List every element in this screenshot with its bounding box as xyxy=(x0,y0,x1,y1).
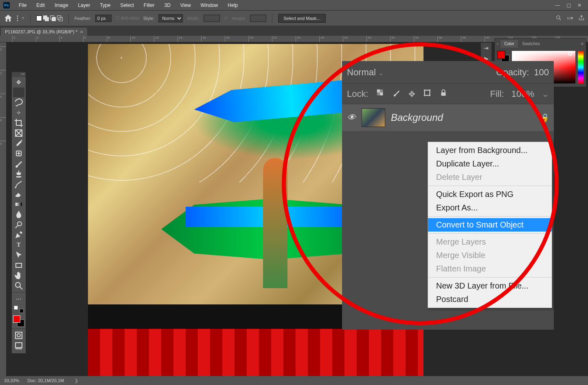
hand-tool[interactable] xyxy=(13,271,24,280)
layer-lock-icon[interactable]: 🔒 xyxy=(539,113,549,122)
ctx-item[interactable]: Layer from Background... xyxy=(428,144,552,157)
layer-name[interactable]: Background xyxy=(391,112,443,123)
healing-brush-tool[interactable] xyxy=(13,149,24,158)
zoom-tool[interactable] xyxy=(13,281,24,291)
menu-edit[interactable]: Edit xyxy=(32,1,49,9)
minimize-button[interactable]: — xyxy=(555,2,560,8)
default-colors-icon[interactable] xyxy=(13,306,24,313)
panel-expand-icon[interactable]: ⇥ xyxy=(481,43,491,53)
screen-mode-icon[interactable] xyxy=(13,341,24,350)
ruler-vertical: 02468 xyxy=(0,42,7,376)
lock-position-icon[interactable]: ✥ xyxy=(408,89,415,99)
dodge-tool[interactable] xyxy=(13,220,24,230)
layer-background-row[interactable]: 👁 Background 🔒 xyxy=(342,104,554,131)
blend-mode-select[interactable]: Normal ⌄ xyxy=(347,67,491,78)
marquee-tool[interactable] xyxy=(13,88,24,97)
add-selection-icon[interactable] xyxy=(43,15,49,21)
swap-icon: ⇄ xyxy=(224,15,228,21)
height-label: Height: xyxy=(232,16,246,21)
lasso-tool[interactable] xyxy=(13,98,24,107)
document-tab[interactable]: P1160237.JPG @ 33,3% (RGB/8*) * ✕ xyxy=(1,28,87,36)
opacity-value[interactable]: 100 xyxy=(534,67,549,78)
style-select[interactable]: Normal xyxy=(158,14,183,22)
ctx-item[interactable]: Export As... xyxy=(428,201,552,214)
menu-3d[interactable]: 3D xyxy=(160,1,174,9)
path-selection-tool[interactable] xyxy=(13,250,24,260)
menu-type[interactable]: Type xyxy=(96,1,114,9)
magic-wand-tool[interactable]: ✧ xyxy=(13,108,24,118)
fill-value[interactable]: 100% xyxy=(511,89,534,99)
menu-help[interactable]: Help xyxy=(224,1,242,9)
blur-tool[interactable] xyxy=(13,210,24,219)
zoom-level[interactable]: 33,33% xyxy=(4,378,19,383)
menu-filter[interactable]: Filter xyxy=(140,1,159,9)
svg-rect-20 xyxy=(377,92,380,95)
frame-tool[interactable] xyxy=(13,128,24,138)
quick-mask-icon[interactable] xyxy=(13,330,24,340)
type-tool[interactable]: T xyxy=(13,240,24,250)
lock-label: Lock: xyxy=(347,89,369,99)
ctx-item: Flatten Image xyxy=(428,262,552,276)
menu-select[interactable]: Select xyxy=(116,1,138,9)
lock-image-icon[interactable] xyxy=(392,88,401,99)
eyedropper-tool[interactable] xyxy=(13,138,24,148)
close-button[interactable]: ✕ xyxy=(577,2,581,8)
status-bar: 33,33% Doc: 20,1M/20,1M ❯ xyxy=(0,376,588,385)
brush-tool[interactable] xyxy=(13,159,24,168)
rectangle-tool[interactable] xyxy=(13,260,24,270)
selection-mode-icons[interactable] xyxy=(36,15,63,21)
crop-tool[interactable] xyxy=(13,118,24,128)
menubar: Ps File Edit Image Layer Type Select Fil… xyxy=(0,0,588,10)
toolbox: « × ✥ ✧ T ⋯ xyxy=(11,72,26,354)
menu-file[interactable]: File xyxy=(15,1,31,9)
ctx-item[interactable]: Duplicate Layer... xyxy=(428,157,552,171)
lock-artboard-icon[interactable] xyxy=(423,88,432,99)
ctx-item[interactable]: Quick Export as PNG xyxy=(428,188,552,201)
ctx-item: Delete Layer xyxy=(428,171,552,184)
toolbox-close-icon[interactable]: × xyxy=(23,72,25,77)
doc-info-menu-icon[interactable]: ❯ xyxy=(75,378,78,383)
intersect-selection-icon[interactable] xyxy=(57,15,63,21)
menu-window[interactable]: Window xyxy=(197,1,222,9)
subtract-selection-icon[interactable] xyxy=(50,15,56,21)
eraser-tool[interactable] xyxy=(13,189,24,199)
hue-slider[interactable] xyxy=(578,51,584,83)
ctx-item[interactable]: Postcard xyxy=(428,293,552,306)
ctx-item[interactable]: Convert to Smart Object xyxy=(428,218,552,232)
marquee-tool-icon[interactable] xyxy=(17,16,18,21)
svg-rect-18 xyxy=(377,90,380,92)
clone-stamp-tool[interactable] xyxy=(13,169,24,179)
menu-view[interactable]: View xyxy=(176,1,195,9)
feather-input[interactable] xyxy=(95,15,112,22)
new-selection-icon[interactable] xyxy=(36,15,42,21)
select-and-mask-button[interactable]: Select and Mask... xyxy=(278,14,326,23)
doc-info[interactable]: Doc: 20,1M/20,1M xyxy=(27,378,64,383)
search-icon[interactable] xyxy=(555,15,562,22)
close-tab-icon[interactable]: ✕ xyxy=(80,30,83,34)
workspace-switcher-icon[interactable]: ▭▾ xyxy=(567,15,573,21)
color-tab[interactable]: Color xyxy=(500,40,518,48)
panel-collapse-icon[interactable]: « xyxy=(495,42,500,46)
layer-visibility-icon[interactable]: 👁 xyxy=(347,112,356,123)
lock-all-icon[interactable] xyxy=(439,88,448,99)
move-tool[interactable]: ✥ xyxy=(13,77,24,87)
menu-layer[interactable]: Layer xyxy=(74,1,94,9)
svg-point-15 xyxy=(17,334,20,337)
foreground-background-swatch[interactable] xyxy=(13,315,24,327)
edit-toolbar-icon[interactable]: ⋯ xyxy=(13,294,24,304)
home-button[interactable] xyxy=(3,13,13,23)
layer-thumbnail[interactable] xyxy=(362,108,385,127)
pen-tool[interactable] xyxy=(13,230,24,240)
height-input xyxy=(250,15,266,22)
ctx-item[interactable]: New 3D Layer from File... xyxy=(428,279,552,293)
svg-rect-21 xyxy=(380,92,383,95)
lock-transparency-icon[interactable] xyxy=(376,88,385,99)
history-brush-tool[interactable] xyxy=(13,179,24,189)
panel-menu-icon[interactable]: ≡ xyxy=(579,42,586,46)
svg-rect-8 xyxy=(15,203,22,206)
share-icon[interactable] xyxy=(578,15,585,22)
maximize-button[interactable]: ▢ xyxy=(566,2,571,8)
gradient-tool[interactable] xyxy=(13,199,24,209)
swatches-tab[interactable]: Swatches xyxy=(518,40,544,48)
menu-image[interactable]: Image xyxy=(50,1,72,9)
